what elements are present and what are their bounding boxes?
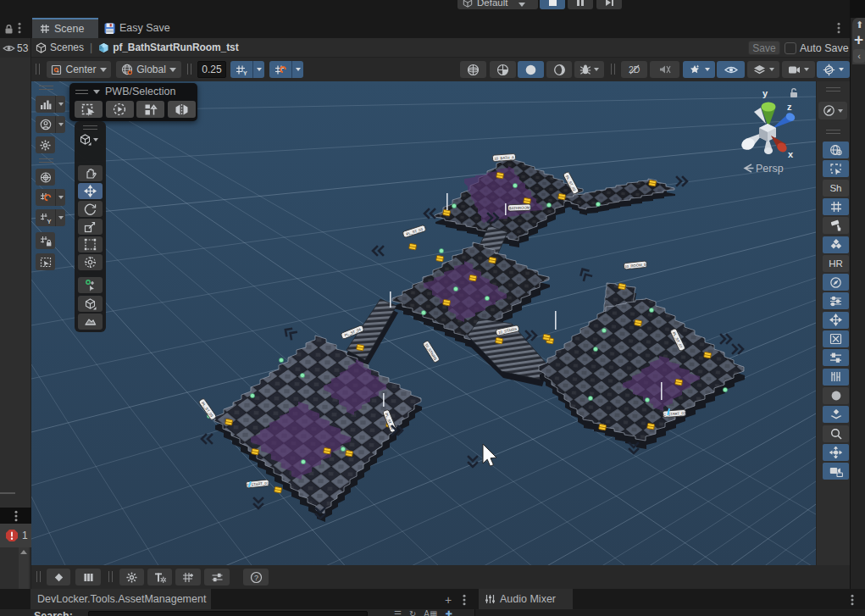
svg-text:Y: Y: [243, 69, 247, 75]
svg-text:z: z: [787, 102, 792, 112]
svg-text:y: y: [762, 88, 768, 98]
svg-text:Persp: Persp: [756, 163, 784, 175]
svg-text:BATHROOM: BATHROOM: [509, 205, 530, 210]
svg-text:x: x: [788, 149, 794, 159]
svg-text:Y: Y: [47, 217, 51, 224]
svg-text:?: ?: [253, 573, 258, 581]
